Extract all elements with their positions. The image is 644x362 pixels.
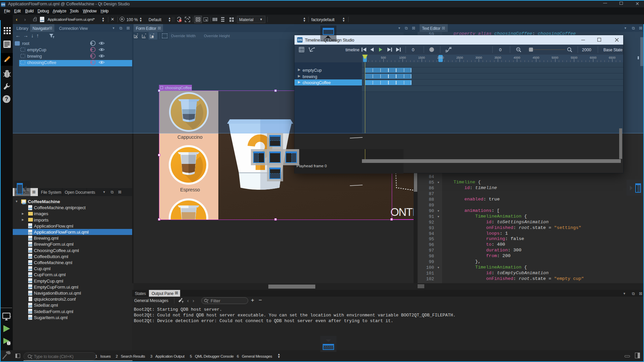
svg-text:A: A xyxy=(143,35,145,38)
